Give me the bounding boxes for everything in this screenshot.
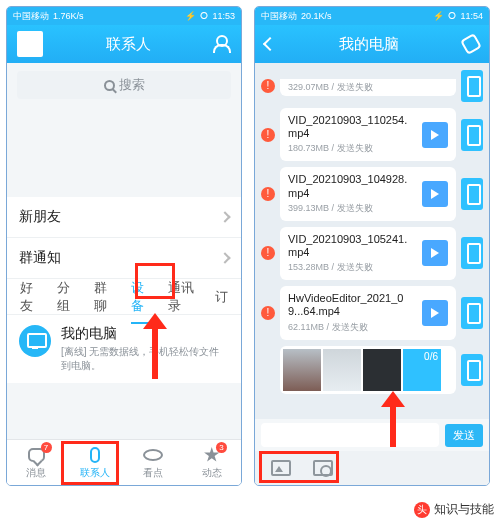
camera-icon[interactable]: [313, 460, 333, 476]
chat-body[interactable]: ! 329.07MB / 发送失败 ! VID_20210903_110254.…: [255, 63, 489, 419]
attachment-row: [255, 451, 489, 485]
device-badge-icon: [461, 237, 483, 269]
warning-icon[interactable]: !: [261, 128, 275, 142]
nav-moments[interactable]: 动态 3: [183, 440, 242, 485]
image-more[interactable]: 0/6: [403, 349, 441, 391]
tab-groups[interactable]: 分组: [48, 279, 85, 315]
row-group-notice[interactable]: 群通知: [7, 238, 241, 279]
page-title: 联系人: [43, 35, 213, 54]
tab-friends[interactable]: 好友: [11, 279, 48, 315]
status-bar: 中国移动20.1K/s ⚡ⵔ11:54: [255, 7, 489, 25]
nav-kandian[interactable]: 看点: [124, 440, 183, 485]
badge: 3: [216, 442, 227, 453]
chat-input-bar: 发送: [255, 419, 489, 451]
message-file[interactable]: ! VID_20210903_104928.mp4399.13MB / 发送失败: [255, 164, 489, 223]
video-file-icon: [422, 181, 448, 207]
add-contact-icon[interactable]: [213, 35, 231, 53]
message-images[interactable]: 0/6: [255, 343, 489, 397]
tab-devices[interactable]: 设备: [122, 279, 159, 315]
warning-icon[interactable]: !: [261, 79, 275, 93]
contacts-tabs: 好友 分组 群聊 设备 通讯录 订: [7, 279, 241, 315]
search-input[interactable]: 搜索: [17, 71, 231, 99]
phone-left: 中国移动1.76K/s ⚡ⵔ11:53 联系人 搜索 新朋友 群通知 好友 分组…: [6, 6, 242, 486]
device-badge-icon: [461, 354, 483, 386]
warning-icon[interactable]: !: [261, 187, 275, 201]
message-file[interactable]: ! HwVideoEditor_2021_09...64.mp462.11MB …: [255, 283, 489, 342]
phone-right: 中国移动20.1K/s ⚡ⵔ11:54 我的电脑 ! 329.07MB / 发送…: [254, 6, 490, 486]
image-thumb[interactable]: [323, 349, 361, 391]
toutiao-logo-icon: 头: [414, 502, 430, 518]
nav-contacts[interactable]: 联系人: [66, 440, 125, 485]
tab-more[interactable]: 订: [206, 288, 237, 306]
chevron-right-icon: [219, 252, 230, 263]
send-button[interactable]: 发送: [445, 424, 483, 447]
tab-group-chat[interactable]: 群聊: [85, 279, 122, 315]
video-file-icon: [422, 300, 448, 326]
device-badge-icon: [461, 178, 483, 210]
contacts-icon: [90, 447, 100, 463]
status-bar: 中国移动1.76K/s ⚡ⵔ11:53: [7, 7, 241, 25]
message-input[interactable]: [261, 423, 439, 447]
watermark: 头 知识与技能: [414, 501, 494, 518]
image-thumb[interactable]: [283, 349, 321, 391]
computer-icon: [19, 325, 51, 357]
device-subtitle: [离线] 无需数据线，手机轻松传文件到电脑。: [61, 345, 229, 373]
avatar[interactable]: [17, 31, 43, 57]
call-icon[interactable]: [460, 33, 482, 55]
video-file-icon: [422, 122, 448, 148]
search-placeholder: 搜索: [119, 76, 145, 94]
image-thumb[interactable]: [363, 349, 401, 391]
message-file[interactable]: ! VID_20210903_105241.mp4153.28MB / 发送失败: [255, 224, 489, 283]
nav-messages[interactable]: 消息 7: [7, 440, 66, 485]
warning-icon[interactable]: !: [261, 246, 275, 260]
device-my-computer[interactable]: 我的电脑 [离线] 无需数据线，手机轻松传文件到电脑。: [7, 315, 241, 383]
message-file[interactable]: ! VID_20210903_110254.mp4180.73MB / 发送失败: [255, 105, 489, 164]
empty-space: [7, 107, 241, 197]
header-contacts: 联系人: [7, 25, 241, 63]
device-badge-icon: [461, 70, 483, 102]
device-title: 我的电脑: [61, 325, 229, 343]
search-icon: [104, 80, 115, 91]
page-title: 我的电脑: [275, 35, 463, 54]
eye-icon: [143, 449, 163, 461]
device-badge-icon: [461, 297, 483, 329]
tab-address-book[interactable]: 通讯录: [159, 279, 206, 315]
device-badge-icon: [461, 119, 483, 151]
gallery-icon[interactable]: [271, 460, 291, 476]
warning-icon[interactable]: !: [261, 306, 275, 320]
chevron-right-icon: [219, 211, 230, 222]
video-file-icon: [422, 240, 448, 266]
badge: 7: [41, 442, 52, 453]
header-my-computer: 我的电脑: [255, 25, 489, 63]
bottom-nav: 消息 7 联系人 看点 动态 3: [7, 439, 241, 485]
row-new-friends[interactable]: 新朋友: [7, 197, 241, 238]
